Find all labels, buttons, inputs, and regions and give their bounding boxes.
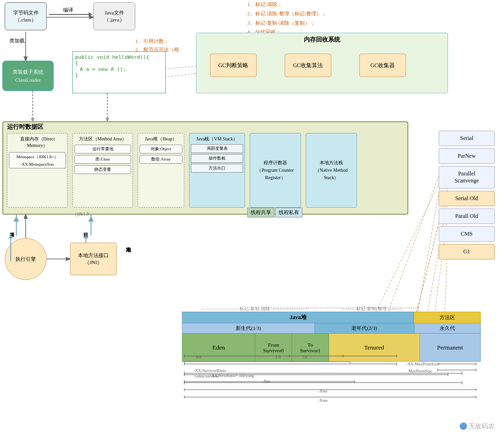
new-ratio-label: -XX:NewRatio= old/yong	[210, 373, 254, 378]
gc-parnew: ParNew	[439, 148, 495, 164]
thread-shared-label: 线程共享	[247, 208, 274, 217]
runtime-title: 运行时数据区	[7, 123, 43, 131]
java-heap-item2: 数组:Array	[140, 155, 182, 164]
jni-label: 本地方法接口（JNI）	[78, 252, 109, 266]
vm-stack-item1: 局部变量表	[191, 144, 243, 153]
java-heap-item1: 对象:Object	[140, 145, 182, 154]
native-method-stack-box: 本地方法栈（Native MethodStack）	[306, 133, 357, 208]
gc-policy-box: GC判断策略	[210, 54, 257, 77]
direct-arrow-head	[84, 232, 88, 238]
vm-stack-title: Java栈（VM Stack）	[191, 135, 243, 143]
note-right: 1、标记-清除； 2、标记-清除-整理（标记-整理）； 3、标记-复制-清除（复…	[247, 0, 327, 37]
code-line3: A a = new A ();	[75, 66, 163, 72]
metaspace-label: Metaspace（JDK1.8+）	[11, 154, 64, 160]
bytecode-file-box: 字节码文件 （.class）	[5, 2, 47, 30]
classloader-box: 类装载子系统ClassLoader	[2, 61, 54, 91]
code-block: public void helloWord(){ { A a = new A (…	[72, 51, 166, 93]
tenured-zone: Tenured	[329, 334, 420, 362]
note-right-line1: 1、标记-清除；	[247, 0, 327, 9]
java-file-label: Java文件（.java）	[104, 9, 124, 23]
gc-policy-label: GC判断策略	[218, 62, 249, 70]
permanent-zone: Permanent	[420, 334, 481, 362]
memory-recycle-title: 内存回收系统	[304, 35, 340, 44]
to-zone: To Survivor1	[292, 334, 329, 362]
xmx-label: –Xmx	[317, 398, 328, 403]
direct-memory-inner: Metaspace（JDK1.8+） -XX:MetaspaceSize	[9, 152, 66, 168]
gc-parallel-scanvenge: Parallel Scanvenge	[439, 166, 495, 189]
code-line1: public void helloWord(){	[75, 54, 163, 60]
note-right-line2: 2、标记-清除-整理（标记-整理）；	[247, 9, 327, 19]
ratio-1-8-2: 1/8	[302, 355, 308, 359]
method-area-box: 方法区（Method Area） 运行常量池 类:Class 静态变量	[72, 133, 133, 208]
bytecode-file-label: 字节码文件 （.class）	[13, 9, 39, 23]
mark-copy-clear-label: ←——————— 标记-复制-清除 ———————→	[201, 306, 309, 312]
main-container: 字节码文件 （.class） 编译 Java文件（.java） 类加载 类装载子…	[0, 0, 504, 440]
young-gen-label: 新生代(1/3)	[182, 323, 315, 334]
gc-algorithm-box: GC收集算法	[285, 54, 331, 77]
gc-parall-old: Parall Old	[439, 209, 495, 224]
eden-zone: Eden	[182, 334, 255, 362]
vm-stack-box: Java栈（VM Stack） 局部变量表 操作数栈 方法出口	[189, 133, 245, 208]
java-heap-title: Java堆（Heap）	[140, 135, 182, 143]
vm-stack-item3: 方法出口	[191, 164, 243, 173]
method-area-item2: 类:Class	[74, 155, 131, 164]
perm-size-label: MaxPermSize	[408, 369, 432, 373]
java-heap-box: Java堆（Heap） 对象:Object 数组:Array	[138, 133, 184, 208]
class-load-label: 类加载	[9, 37, 25, 44]
from-zone: From Survivor0	[255, 334, 292, 362]
jni-box: 本地方法接口（JNI）	[70, 243, 117, 275]
watermark: 🔵 无敌码农	[459, 422, 495, 431]
compile-arrow: 编译	[49, 14, 91, 15]
gc-algorithm-label: GC收集算法	[293, 62, 323, 70]
code-line4: }	[75, 72, 163, 78]
direct-memory-title: 直接内存（Direct Memory）	[9, 135, 66, 150]
compile-label: 编译	[63, 7, 73, 14]
note-left-line1: 1、引用计数；	[135, 37, 179, 46]
thread-labels: 线程共享 线程私有	[247, 208, 302, 217]
method-area-zone-label: 方法区	[414, 312, 481, 323]
program-counter-box: 程序计数器（Program CounterRegister）	[250, 133, 301, 208]
old-gen-label: 老年代(2/3)	[315, 323, 414, 334]
gc-collector-label: GC收集器	[371, 62, 395, 70]
gc-serial: Serial	[439, 131, 495, 146]
xns-label: –Xns	[261, 379, 270, 384]
gc-g1: G1	[439, 244, 495, 259]
interp-arrow-head	[8, 232, 13, 238]
heap-diagram: Java堆 方法区 新生代(1/3) 老年代(2/3) 永久代 Eden Fro…	[182, 312, 481, 362]
ratio-1-8-1: 1/8	[275, 355, 281, 359]
gc-list: Serial ParNew Parallel Scanvenge Serial …	[439, 131, 495, 262]
xms-label: –Xms	[317, 389, 328, 393]
code-line2: {	[75, 60, 163, 66]
mark-copy-arrange-label: ←—— 标记-复制-整理 ——→	[341, 306, 402, 312]
method-area-title: 方法区（Method Area）	[74, 135, 131, 143]
jdk-label: （jdk1.8	[72, 211, 89, 217]
note-right-line3: 3、标记-复制-清除（复制）；	[247, 19, 327, 28]
perm-gen-label: 永久代	[414, 323, 481, 334]
method-area-item1: 运行常量池	[74, 145, 131, 154]
max-perm-size-label: -XX:MaxPermSize	[406, 362, 439, 366]
classloader-label: 类装载子系统ClassLoader	[13, 68, 43, 84]
gc-collector-box: GC收集器	[359, 54, 406, 77]
exec-engine-label: 执行引擎	[15, 256, 36, 263]
vm-stack-item2: 操作数栈	[191, 154, 243, 163]
program-counter-label: 程序计数器（Program CounterRegister）	[257, 159, 294, 182]
thread-private-label: 线程私有	[275, 208, 302, 217]
native-method-stack-label: 本地方法栈（Native MethodStack）	[315, 159, 348, 182]
ratio-6-8: 6/8	[196, 355, 202, 359]
gc-serial-old: Serial Old	[439, 191, 495, 206]
gc-cms: CMS	[439, 226, 495, 242]
metaspace-param: -XX:MetaspaceSize	[11, 162, 64, 167]
java-heap-zone-label: Java堆	[182, 312, 414, 323]
direct-memory-box: 直接内存（Direct Memory） Metaspace（JDK1.8+） -…	[7, 133, 68, 208]
java-file-box: Java文件（.java）	[93, 2, 135, 30]
method-area-item3: 静态变量	[74, 165, 131, 174]
